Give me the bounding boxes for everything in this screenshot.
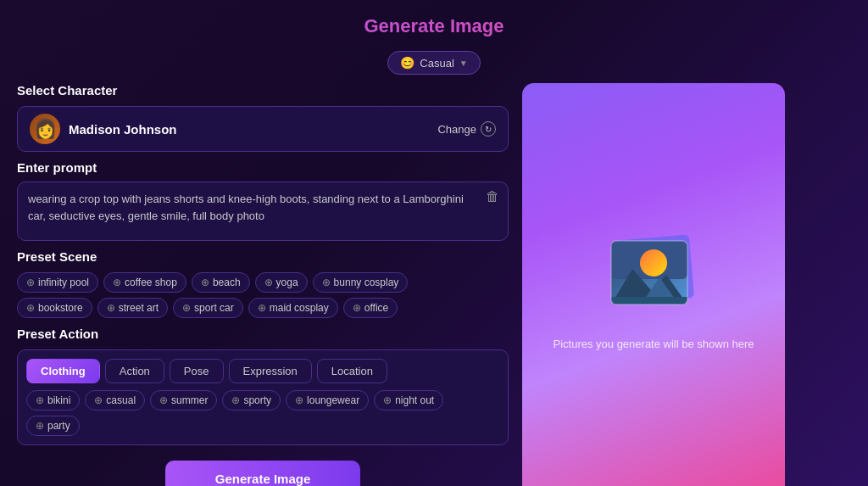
scene-tag[interactable]: ⊕beach bbox=[192, 272, 250, 293]
action-tab-pose[interactable]: Pose bbox=[170, 359, 224, 383]
chevron-down-icon: ▼ bbox=[459, 59, 468, 68]
tag-plus-icon: ⊕ bbox=[107, 302, 115, 314]
placeholder-text: Pictures you generate will be shown here bbox=[553, 338, 754, 350]
clothing-tags: ⊕bikini⊕casual⊕summer⊕sporty⊕loungewear⊕… bbox=[26, 390, 499, 436]
scene-tag[interactable]: ⊕infinity pool bbox=[17, 272, 98, 293]
tag-plus-icon: ⊕ bbox=[113, 277, 121, 288]
character-section: Select Character Madison Johnson Change … bbox=[17, 83, 509, 152]
tag-plus-icon: ⊕ bbox=[264, 277, 273, 288]
image-placeholder-icon bbox=[598, 231, 709, 324]
preset-scene-section: Preset Scene ⊕infinity pool⊕coffee shop⊕… bbox=[17, 249, 509, 318]
svg-rect-8 bbox=[611, 241, 687, 304]
action-tab-action[interactable]: Action bbox=[105, 359, 164, 383]
character-name: Madison Johnson bbox=[69, 122, 429, 137]
clothing-tag[interactable]: ⊕summer bbox=[150, 390, 217, 411]
scene-tag[interactable]: ⊕bookstore bbox=[17, 298, 92, 318]
scene-tag[interactable]: ⊕sport car bbox=[173, 298, 243, 318]
prompt-box[interactable]: wearing a crop top with jeans shorts and… bbox=[17, 182, 509, 241]
main-content: Select Character Madison Johnson Change … bbox=[0, 83, 868, 486]
tag-plus-icon: ⊕ bbox=[159, 394, 168, 406]
tag-plus-icon: ⊕ bbox=[231, 394, 240, 406]
tag-plus-icon: ⊕ bbox=[36, 420, 44, 432]
character-selector[interactable]: Madison Johnson Change ↻ bbox=[17, 106, 509, 152]
image-panel: Pictures you generate will be shown here bbox=[522, 83, 785, 486]
tag-plus-icon: ⊕ bbox=[26, 277, 35, 288]
change-label: Change bbox=[437, 123, 476, 136]
scene-tag[interactable]: ⊕street art bbox=[97, 298, 168, 318]
tag-plus-icon: ⊕ bbox=[383, 394, 392, 406]
preset-scene-label: Preset Scene bbox=[17, 249, 509, 264]
page-title: Generate Image bbox=[0, 15, 868, 37]
tag-plus-icon: ⊕ bbox=[322, 277, 331, 288]
tag-plus-icon: ⊕ bbox=[353, 302, 361, 314]
prompt-text: wearing a crop top with jeans shorts and… bbox=[28, 191, 477, 224]
clothing-tag[interactable]: ⊕casual bbox=[85, 390, 145, 411]
preset-action-label: Preset Action bbox=[17, 327, 509, 341]
mode-label: Casual bbox=[420, 57, 453, 70]
action-tabs-container: ClothingActionPoseExpressionLocation ⊕bi… bbox=[17, 349, 509, 445]
preset-scene-tags: ⊕infinity pool⊕coffee shop⊕beach⊕yoga⊕bu… bbox=[17, 272, 509, 318]
scene-tag[interactable]: ⊕maid cosplay bbox=[248, 298, 338, 318]
clothing-tag[interactable]: ⊕loungewear bbox=[286, 390, 369, 411]
tag-plus-icon: ⊕ bbox=[36, 394, 44, 406]
clothing-tag[interactable]: ⊕party bbox=[26, 416, 80, 436]
header: Generate Image 😊 Casual ▼ bbox=[0, 0, 868, 83]
avatar bbox=[30, 114, 60, 144]
tag-plus-icon: ⊕ bbox=[94, 394, 103, 406]
clothing-tag[interactable]: ⊕night out bbox=[374, 390, 443, 411]
mode-selector[interactable]: 😊 Casual ▼ bbox=[387, 51, 480, 75]
left-panel: Select Character Madison Johnson Change … bbox=[17, 83, 509, 486]
scene-tag[interactable]: ⊕office bbox=[343, 298, 398, 318]
action-tab-expression[interactable]: Expression bbox=[229, 359, 312, 383]
change-icon: ↻ bbox=[481, 121, 496, 137]
action-tabs: ClothingActionPoseExpressionLocation bbox=[26, 359, 499, 383]
preset-action-section: Preset Action ClothingActionPoseExpressi… bbox=[17, 327, 509, 445]
change-character-button[interactable]: Change ↻ bbox=[437, 121, 496, 137]
scene-tag[interactable]: ⊕coffee shop bbox=[103, 272, 186, 293]
prompt-section-label: Enter prompt bbox=[17, 160, 509, 175]
tag-plus-icon: ⊕ bbox=[26, 302, 35, 314]
clear-prompt-button[interactable]: 🗑 bbox=[486, 189, 499, 204]
scene-tag[interactable]: ⊕bunny cosplay bbox=[313, 272, 409, 293]
tag-plus-icon: ⊕ bbox=[258, 302, 266, 314]
scene-tag[interactable]: ⊕yoga bbox=[255, 272, 308, 293]
tag-plus-icon: ⊕ bbox=[182, 302, 191, 314]
generate-image-button[interactable]: Generate Image bbox=[165, 461, 360, 486]
tag-plus-icon: ⊕ bbox=[201, 277, 209, 288]
tag-plus-icon: ⊕ bbox=[295, 394, 303, 406]
action-tab-location[interactable]: Location bbox=[317, 359, 387, 383]
clothing-tag[interactable]: ⊕bikini bbox=[26, 390, 80, 411]
action-tab-clothing[interactable]: Clothing bbox=[26, 359, 100, 383]
character-section-label: Select Character bbox=[17, 83, 509, 98]
clothing-tag[interactable]: ⊕sporty bbox=[222, 390, 281, 411]
mode-emoji: 😊 bbox=[400, 56, 415, 70]
prompt-section: Enter prompt wearing a crop top with jea… bbox=[17, 160, 509, 241]
